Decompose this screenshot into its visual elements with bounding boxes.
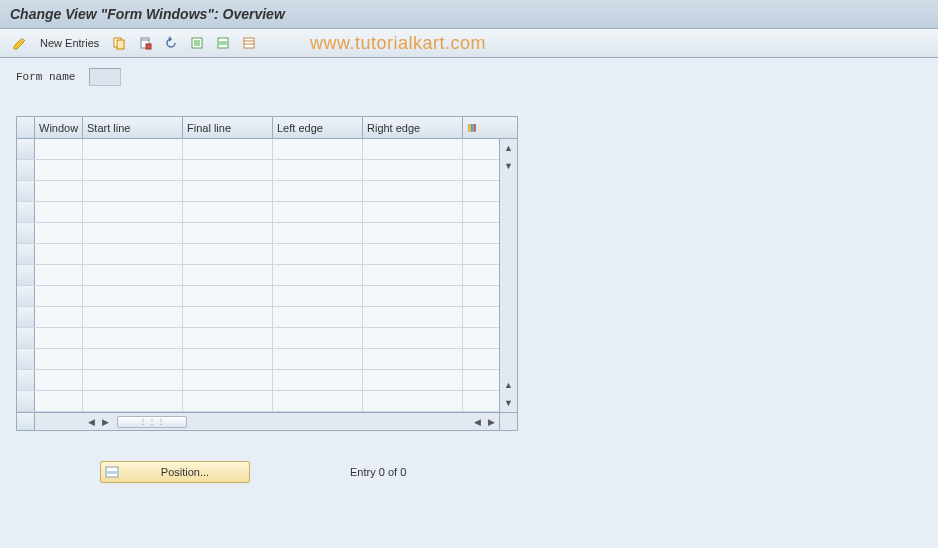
table-row[interactable]: [17, 223, 499, 244]
svg-rect-8: [218, 41, 228, 45]
scroll-down-icon[interactable]: ▼: [502, 396, 516, 410]
select-all-column[interactable]: [17, 117, 35, 138]
svg-rect-13: [471, 124, 473, 131]
footer: Position... Entry 0 of 0: [100, 461, 938, 483]
row-selector[interactable]: [17, 391, 35, 411]
scroll-right-icon[interactable]: ▶: [99, 416, 111, 428]
svg-rect-6: [194, 40, 200, 46]
col-window[interactable]: Window: [35, 117, 83, 138]
svg-rect-4: [146, 44, 151, 49]
col-left-edge[interactable]: Left edge: [273, 117, 363, 138]
form-area: Form name: [0, 58, 938, 106]
row-selector[interactable]: [17, 265, 35, 285]
table-row[interactable]: [17, 307, 499, 328]
svg-rect-16: [106, 471, 118, 474]
table-row[interactable]: [17, 244, 499, 265]
table-row[interactable]: [17, 160, 499, 181]
scroll-thumb[interactable]: ⋮⋮⋮: [117, 416, 187, 428]
table-rows: [17, 139, 499, 412]
table-row[interactable]: [17, 391, 499, 412]
row-selector[interactable]: [17, 139, 35, 159]
row-selector[interactable]: [17, 160, 35, 180]
table-container: Window Start line Final line Left edge R…: [16, 116, 518, 431]
row-selector[interactable]: [17, 328, 35, 348]
table-row[interactable]: [17, 286, 499, 307]
change-icon[interactable]: [10, 33, 30, 53]
col-right-edge[interactable]: Right edge: [363, 117, 463, 138]
scroll-down-icon[interactable]: ▼: [502, 159, 516, 173]
scroll-right-icon[interactable]: ▶: [485, 416, 497, 428]
svg-rect-14: [474, 124, 475, 131]
copy-icon[interactable]: [109, 33, 129, 53]
svg-rect-12: [468, 124, 470, 131]
scroll-left-icon[interactable]: ◀: [471, 416, 483, 428]
delete-icon[interactable]: [135, 33, 155, 53]
scroll-left-icon[interactable]: ◀: [85, 416, 97, 428]
table-config-icon[interactable]: [463, 117, 481, 138]
form-name-label: Form name: [16, 71, 75, 83]
table-row[interactable]: [17, 328, 499, 349]
undo-icon[interactable]: [161, 33, 181, 53]
row-selector[interactable]: [17, 223, 35, 243]
page-title: Change View "Form Windows": Overview: [0, 0, 938, 29]
table-body: ▲ ▼ ▲ ▼: [17, 139, 517, 412]
col-final-line[interactable]: Final line: [183, 117, 273, 138]
entry-status: Entry 0 of 0: [350, 466, 406, 478]
vertical-scrollbar[interactable]: ▲ ▼ ▲ ▼: [499, 139, 517, 412]
table-row[interactable]: [17, 370, 499, 391]
scroll-up-icon[interactable]: ▲: [502, 378, 516, 392]
col-start-line[interactable]: Start line: [83, 117, 183, 138]
row-selector[interactable]: [17, 181, 35, 201]
row-selector[interactable]: [17, 307, 35, 327]
row-selector[interactable]: [17, 286, 35, 306]
table-row[interactable]: [17, 265, 499, 286]
position-button[interactable]: Position...: [100, 461, 250, 483]
table-row[interactable]: [17, 349, 499, 370]
row-selector[interactable]: [17, 202, 35, 222]
position-button-label: Position...: [125, 466, 245, 478]
table-row[interactable]: [17, 139, 499, 160]
row-selector[interactable]: [17, 349, 35, 369]
select-all-icon[interactable]: [187, 33, 207, 53]
table-row[interactable]: [17, 181, 499, 202]
svg-rect-9: [244, 38, 254, 48]
svg-rect-1: [117, 40, 124, 49]
form-name-field[interactable]: [89, 68, 121, 86]
deselect-all-icon[interactable]: [239, 33, 259, 53]
horizontal-scrollbar[interactable]: ◀ ▶ ⋮⋮⋮ ◀ ▶: [17, 412, 517, 430]
row-selector[interactable]: [17, 244, 35, 264]
new-entries-button[interactable]: New Entries: [36, 33, 103, 53]
toolbar: New Entries www.tutorialkart.com: [0, 29, 938, 58]
table-header: Window Start line Final line Left edge R…: [17, 117, 517, 139]
select-block-icon[interactable]: [213, 33, 233, 53]
position-icon: [105, 465, 119, 479]
row-selector[interactable]: [17, 370, 35, 390]
scroll-up-icon[interactable]: ▲: [502, 141, 516, 155]
watermark: www.tutorialkart.com: [310, 33, 486, 54]
table-row[interactable]: [17, 202, 499, 223]
